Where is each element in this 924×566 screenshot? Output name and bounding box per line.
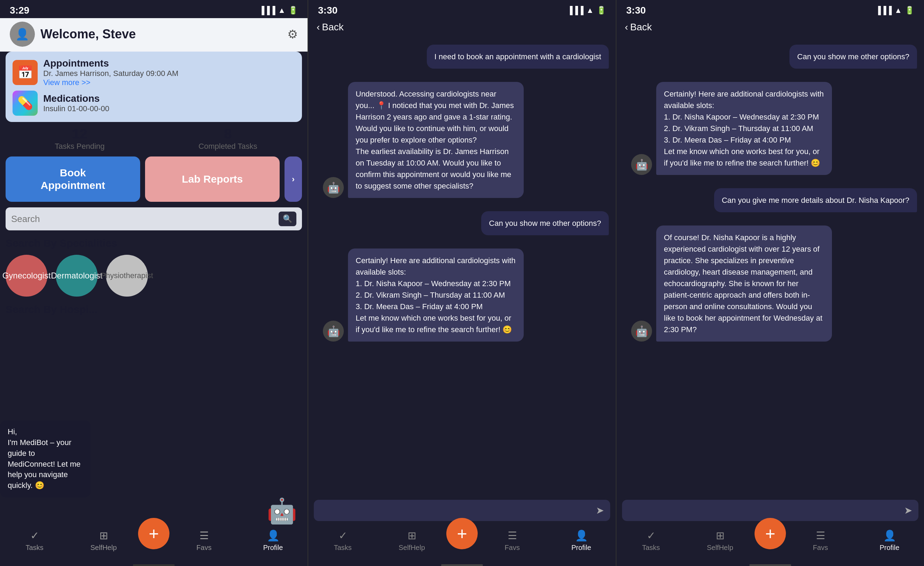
home-header: 👤 Welcome, Steve ⚙ xyxy=(0,18,308,52)
nav-favs-1[interactable]: ☰ Favs xyxy=(170,529,238,552)
more-button[interactable]: › xyxy=(285,156,302,202)
nav-selfhelp-2[interactable]: ⊞ SelfHelp xyxy=(377,529,446,552)
wifi-icon: ▲ xyxy=(278,6,286,15)
specialities-row: Gynecologist Dermatologist Physiotherapi… xyxy=(0,255,308,304)
status-bar-2: 3:30 ▐▐▐ ▲ 🔋 xyxy=(308,0,616,18)
lab-reports-button[interactable]: Lab Reports xyxy=(145,156,280,202)
stats-row: 12 Tasks Pending 8 Completed Tasks xyxy=(6,126,302,151)
appointment-row: 📅 Appointments Dr. James Harrison, Satur… xyxy=(12,58,295,87)
back-chevron-3: ‹ xyxy=(625,22,628,33)
bot-avatar-4: 🤖 xyxy=(631,320,652,341)
status-icons-1: ▐▐▐ ▲ 🔋 xyxy=(259,6,298,15)
user-message-bubble-2: Can you show me other options? xyxy=(481,211,609,235)
bot-message-bubble-3: Certainly! Here are additional cardiolog… xyxy=(656,82,832,175)
selfhelp-label: SelfHelp xyxy=(90,544,117,552)
profile-label-2: Profile xyxy=(572,544,591,552)
battery-icon-2: 🔋 xyxy=(597,6,606,15)
header-left: 👤 Welcome, Steve xyxy=(10,22,136,47)
hospital-title: Search By Hospi... xyxy=(6,304,302,315)
bot-message-bubble-2: Certainly! Here are additional cardiolog… xyxy=(348,249,524,341)
gynecologist-label-inside: Gynecologist xyxy=(3,271,51,280)
status-icons-3: ▐▐▐ ▲ 🔋 xyxy=(875,6,914,15)
completed-tasks-stat: 8 Completed Tasks xyxy=(154,126,302,151)
wifi-icon-3: ▲ xyxy=(894,6,902,15)
appointment-subtitle: Dr. James Harrison, Saturday 09:00 AM xyxy=(43,69,178,78)
medication-row: 💊 Medications Insulin 01-00-00-00 xyxy=(12,91,295,116)
fab-button-3[interactable]: + xyxy=(754,518,786,549)
user-message-bubble-1: I need to book an appointment with a car… xyxy=(427,45,609,69)
settings-icon[interactable]: ⚙ xyxy=(287,27,298,41)
favs-icon: ☰ xyxy=(200,529,209,542)
appointments-title: Appointments xyxy=(43,58,178,69)
user-message-bubble-4: Can you give me more details about Dr. N… xyxy=(714,188,917,212)
medication-text: Medications Insulin 01-00-00-00 xyxy=(43,93,110,113)
medications-title: Medications xyxy=(43,93,110,104)
nav-favs-3[interactable]: ☰ Favs xyxy=(786,529,855,552)
fab-button-1[interactable]: + xyxy=(138,518,170,549)
chat-area-2: I need to book an appointment with a car… xyxy=(308,37,616,496)
specialities-title: Search By Specialities xyxy=(0,237,308,255)
bot-message-bubble-1: Understood. Accessing cardiologists near… xyxy=(348,82,524,198)
search-bar[interactable]: 🔍 xyxy=(6,207,302,231)
nav-favs-2[interactable]: ☰ Favs xyxy=(478,529,547,552)
nav-selfhelp-3[interactable]: ⊞ SelfHelp xyxy=(686,529,754,552)
back-button-3[interactable]: ‹ Back xyxy=(625,22,652,33)
send-button-2[interactable]: ➤ xyxy=(596,505,604,516)
bot-avatar-3: 🤖 xyxy=(631,154,652,175)
user-msg-3: Can you show me other options? xyxy=(624,45,917,69)
send-button-3[interactable]: ➤ xyxy=(904,505,912,516)
spec-dermatologist[interactable]: Dermatologist xyxy=(56,255,98,296)
tasks-pending-stat: 12 Tasks Pending xyxy=(6,126,154,151)
search-button[interactable]: 🔍 xyxy=(279,211,296,226)
signal-icon-2: ▐▐▐ xyxy=(567,6,584,15)
bottom-nav-3: ✓ Tasks ⊞ SelfHelp + ☰ Favs 👤 Profile xyxy=(616,525,924,562)
appointments-card[interactable]: 📅 Appointments Dr. James Harrison, Satur… xyxy=(6,52,302,122)
physiotherapist-label-inside: Physiotherapist xyxy=(101,271,153,280)
nav-selfhelp-1[interactable]: ⊞ SelfHelp xyxy=(69,529,138,552)
tasks-pending-num: 12 xyxy=(6,126,154,142)
user-msg-1: I need to book an appointment with a car… xyxy=(315,45,609,69)
nav-tasks-3[interactable]: ✓ Tasks xyxy=(616,529,686,552)
medibot-bubble: Hi,I'm MediBot – your guide to MediConne… xyxy=(0,420,91,497)
spec-gynecologist[interactable]: Gynecologist xyxy=(6,255,47,296)
wifi-icon-2: ▲ xyxy=(586,6,594,15)
appointment-text: Appointments Dr. James Harrison, Saturda… xyxy=(43,58,178,87)
tasks-label: Tasks xyxy=(26,544,43,552)
status-bar-1: 3:29 ▐▐▐ ▲ 🔋 xyxy=(0,0,308,18)
tasks-label-2: Tasks xyxy=(334,544,351,552)
dermatologist-circle: Dermatologist xyxy=(56,255,98,296)
back-chevron-2: ‹ xyxy=(316,22,320,33)
chat-input-3[interactable] xyxy=(628,505,900,516)
view-more-link[interactable]: View more >> xyxy=(43,78,178,87)
completed-tasks-label: Completed Tasks xyxy=(154,142,302,151)
nav-profile-1[interactable]: 👤 Profile xyxy=(238,529,308,552)
nav-tasks-2[interactable]: ✓ Tasks xyxy=(308,529,377,552)
selfhelp-label-3: SelfHelp xyxy=(707,544,733,552)
appointment-icon: 📅 xyxy=(12,60,38,85)
status-time-3: 3:30 xyxy=(626,5,646,16)
nav-profile-3[interactable]: 👤 Profile xyxy=(855,529,924,552)
favs-icon-3: ☰ xyxy=(816,529,825,542)
avatar-image: 👤 xyxy=(15,27,29,41)
spec-physiotherapist[interactable]: Physiotherapist xyxy=(106,255,148,296)
fab-button-2[interactable]: + xyxy=(446,518,478,549)
screen-home: 3:29 ▐▐▐ ▲ 🔋 👤 Welcome, Steve ⚙ 📅 Appoin… xyxy=(0,0,308,566)
profile-icon-3: 👤 xyxy=(883,529,896,542)
signal-icon-3: ▐▐▐ xyxy=(875,6,892,15)
gynecologist-circle: Gynecologist xyxy=(6,255,47,296)
screen-chat2: 3:30 ▐▐▐ ▲ 🔋 ‹ Back Can you show me othe… xyxy=(616,0,924,566)
chat-header-3: ‹ Back xyxy=(616,18,924,37)
profile-label-1: Profile xyxy=(263,544,283,552)
back-button-2[interactable]: ‹ Back xyxy=(316,22,344,33)
search-input[interactable] xyxy=(11,214,275,225)
chat-input-2[interactable] xyxy=(320,505,592,516)
home-indicator-3 xyxy=(749,564,791,566)
nav-tasks-1[interactable]: ✓ Tasks xyxy=(0,529,69,552)
avatar: 👤 xyxy=(10,22,35,47)
favs-label: Favs xyxy=(196,544,211,552)
chat-area-3: Can you show me other options? 🤖 Certain… xyxy=(616,37,924,496)
back-label-3: Back xyxy=(630,22,652,33)
nav-profile-2[interactable]: 👤 Profile xyxy=(547,529,616,552)
bot-msg-1: 🤖 Understood. Accessing cardiologists ne… xyxy=(315,76,565,204)
book-appointment-button[interactable]: BookAppointment xyxy=(6,156,140,202)
